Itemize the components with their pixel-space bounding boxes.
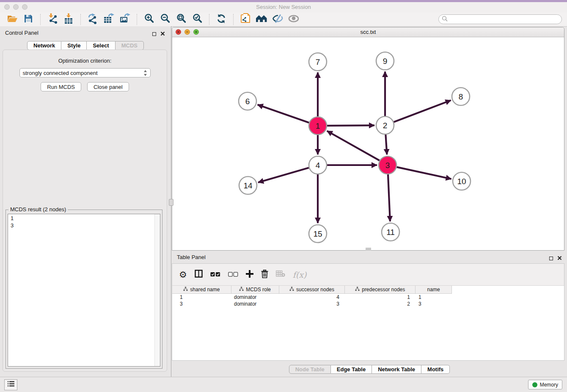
node-6[interactable]: 6	[239, 92, 256, 110]
zoom-fit-button[interactable]	[174, 13, 188, 26]
edge-2-8[interactable]	[394, 100, 451, 122]
zoom-selected-icon	[192, 13, 203, 25]
network-overview-button[interactable]	[239, 13, 252, 26]
splitter-handle[interactable]	[169, 199, 173, 206]
tab-node-table[interactable]: Node Table	[289, 365, 331, 374]
split-columns-button[interactable]	[195, 270, 203, 279]
mcds-result-textarea[interactable]: 1 3	[8, 214, 160, 367]
node-7[interactable]: 7	[309, 53, 327, 71]
table-cell[interactable]: 3	[172, 301, 231, 307]
float-table-panel-icon[interactable]	[549, 257, 553, 260]
table-cell[interactable]: 1	[345, 294, 416, 301]
edge-3-10[interactable]	[396, 167, 451, 179]
tab-edge-table[interactable]: Edge Table	[331, 365, 372, 374]
table-cell[interactable]: 2	[345, 301, 416, 307]
network-close-button[interactable]	[176, 29, 181, 35]
apply-layout-button[interactable]	[215, 13, 228, 26]
table-cell[interactable]: 3	[279, 301, 345, 307]
close-panel-button[interactable]: Close panel	[87, 82, 129, 91]
node-15[interactable]: 15	[309, 225, 327, 243]
column-header-MCDS-role[interactable]: MCDS role	[231, 286, 279, 293]
node-label: 1	[316, 121, 320, 130]
node-3[interactable]: 3	[379, 156, 396, 174]
column-header-successor-nodes[interactable]: successor nodes	[279, 286, 345, 293]
import-table-button[interactable]	[62, 13, 75, 26]
export-image-button[interactable]	[118, 13, 132, 26]
gear-icon: ⚙	[179, 270, 187, 279]
table-row[interactable]: 1dominator411	[172, 294, 564, 301]
tab-network-table[interactable]: Network Table	[372, 365, 421, 374]
import-network-button[interactable]	[46, 13, 59, 26]
node-9[interactable]: 9	[376, 52, 394, 70]
table-row[interactable]: 3dominator323	[172, 301, 564, 307]
save-session-button[interactable]	[22, 13, 35, 26]
tab-select[interactable]: Select	[87, 41, 115, 50]
zoom-out-icon	[160, 13, 171, 25]
home-button[interactable]	[255, 13, 268, 26]
node-label: 8	[459, 92, 463, 101]
zoom-selected-button[interactable]	[190, 13, 204, 26]
run-mcds-button[interactable]: Run MCDS	[41, 82, 81, 91]
network-canvas[interactable]: 7968124314101511	[172, 37, 564, 250]
edge-3-1[interactable]	[327, 131, 380, 160]
node-8[interactable]: 8	[452, 88, 470, 105]
table-cell[interactable]: 4	[279, 294, 345, 301]
tab-style[interactable]: Style	[61, 41, 87, 50]
function-builder-button[interactable]: f(x)	[293, 270, 307, 279]
edge-1-2[interactable]	[327, 125, 374, 126]
edge-3-11[interactable]	[388, 174, 390, 221]
float-panel-icon[interactable]	[152, 32, 156, 36]
search-input[interactable]	[448, 16, 559, 23]
delete-row-button[interactable]	[261, 270, 268, 280]
table-cell[interactable]: 3	[416, 301, 452, 307]
column-header-name[interactable]: name	[416, 286, 451, 293]
network-minimize-button[interactable]	[184, 29, 190, 35]
optimization-criterion-select[interactable]: strongly connected component	[19, 68, 151, 77]
table-settings-button[interactable]: ⚙	[179, 270, 187, 279]
table-cell[interactable]: dominator	[231, 301, 279, 307]
control-panel-tabs: NetworkStyleSelectMCDS	[0, 41, 171, 50]
canvas-resize-handle[interactable]	[366, 248, 371, 251]
delete-table-button[interactable]	[276, 271, 285, 279]
result-scrollbar[interactable]	[154, 214, 160, 366]
open-session-button[interactable]	[6, 13, 19, 26]
tab-network[interactable]: Network	[27, 41, 61, 50]
close-table-panel-icon[interactable]	[557, 254, 562, 262]
column-header-predecessor-nodes[interactable]: predecessor nodes	[345, 286, 416, 293]
select-all-button[interactable]	[210, 271, 220, 279]
edge-4-14[interactable]	[258, 168, 309, 182]
table-cell[interactable]: 1	[172, 294, 231, 301]
node-10[interactable]: 10	[453, 172, 471, 190]
control-panel-title: Control Panel	[5, 30, 39, 36]
zoom-out-button[interactable]	[158, 13, 172, 26]
export-table-button[interactable]	[102, 13, 116, 26]
import-table-icon	[63, 13, 74, 26]
network-maximize-button[interactable]	[193, 29, 199, 35]
export-network-button[interactable]	[86, 13, 99, 26]
zoom-in-button[interactable]	[142, 13, 156, 26]
node-14[interactable]: 14	[239, 177, 257, 194]
show-graphics-details-button[interactable]	[287, 13, 300, 26]
column-header-shared-name[interactable]: shared name	[172, 286, 231, 293]
task-history-button[interactable]	[4, 379, 17, 390]
search-box[interactable]	[438, 14, 562, 24]
network-window-titlebar[interactable]: scc.txt	[172, 28, 564, 37]
add-row-button[interactable]	[246, 270, 253, 279]
node-11[interactable]: 11	[382, 223, 399, 241]
deselect-all-button[interactable]	[228, 271, 238, 279]
hide-panels-button[interactable]	[271, 13, 284, 26]
tab-mcds[interactable]: MCDS	[116, 41, 144, 50]
tab-motifs[interactable]: Motifs	[421, 365, 450, 374]
control-panel: Control Panel NetworkStyleSelectMCDS Opt…	[0, 26, 171, 377]
open-folder-icon	[7, 14, 18, 25]
node-4[interactable]: 4	[309, 156, 327, 174]
node-1[interactable]: 1	[309, 117, 327, 135]
edge-1-6[interactable]	[258, 105, 309, 122]
edge-2-3[interactable]	[385, 135, 387, 155]
memory-button[interactable]: Memory	[528, 380, 562, 389]
table-cell[interactable]: dominator	[231, 294, 279, 301]
column-label: MCDS role	[246, 287, 271, 293]
table-cell[interactable]: 1	[416, 294, 452, 301]
close-panel-icon[interactable]	[160, 30, 165, 38]
node-2[interactable]: 2	[376, 116, 394, 134]
